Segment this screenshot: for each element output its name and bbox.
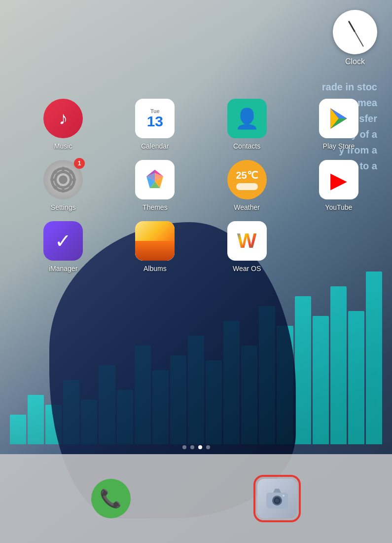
app-item-wearos[interactable]: W Wear OS	[204, 221, 290, 272]
imanager-icon: ✓	[43, 221, 83, 261]
camera-button[interactable]	[257, 479, 297, 518]
youtube-icon: ▶	[319, 160, 358, 199]
page-dot-3[interactable]	[198, 445, 202, 449]
weather-icon: 25℃	[227, 160, 267, 199]
app-item-settings[interactable]: 1 Settings	[20, 160, 107, 211]
weather-label: Weather	[234, 203, 260, 211]
dock: 📞	[0, 454, 392, 543]
camera-icon	[265, 487, 289, 510]
svg-point-4	[59, 175, 68, 184]
clock-widget[interactable]: Clock	[333, 10, 377, 66]
page-indicators	[0, 445, 392, 449]
clock-hand-minute	[355, 32, 364, 47]
app-item-imanager[interactable]: ✓ iManager	[20, 221, 107, 272]
imanager-label: iManager	[49, 265, 77, 272]
app-item-calendar[interactable]: Tue 13 Calendar	[111, 99, 198, 150]
phone-button[interactable]: 📞	[91, 479, 131, 518]
svg-marker-22	[273, 489, 281, 493]
contacts-icon: 👤	[227, 99, 267, 138]
phone-icon: 📞	[100, 488, 122, 509]
music-label: Music	[54, 142, 72, 150]
app-item-playstore[interactable]: Play Store	[295, 99, 382, 150]
svg-point-26	[283, 495, 285, 497]
svg-rect-5	[62, 167, 65, 172]
page-dot-4[interactable]	[206, 445, 210, 449]
albums-icon	[135, 221, 175, 261]
app-item-music[interactable]: ♪ Music	[20, 99, 107, 150]
calendar-label: Calendar	[141, 142, 169, 150]
settings-label: Settings	[51, 203, 76, 211]
svg-rect-7	[50, 178, 56, 181]
weather-pill	[236, 183, 258, 190]
app-item-youtube[interactable]: ▶ YouTube	[295, 160, 382, 211]
calendar-icon: Tue 13	[135, 99, 175, 138]
app-item-themes[interactable]: Themes	[111, 160, 198, 211]
homescreen: Clock ♪ Music Tue 13 Calendar 👤	[0, 0, 392, 543]
playstore-label: Play Store	[323, 142, 355, 150]
settings-icon: 1	[43, 160, 83, 199]
app-item-contacts[interactable]: 👤 Contacts	[204, 99, 290, 150]
music-icon: ♪	[43, 99, 83, 138]
playstore-icon	[319, 99, 358, 138]
albums-label: Albums	[143, 265, 167, 272]
weather-temp: 25℃	[236, 169, 258, 181]
wearos-icon: W	[227, 221, 267, 261]
svg-rect-8	[71, 178, 76, 181]
camera-highlight-border	[253, 475, 301, 522]
app-grid: ♪ Music Tue 13 Calendar 👤 Contacts	[20, 99, 382, 272]
svg-rect-6	[62, 188, 65, 193]
themes-label: Themes	[143, 203, 168, 211]
clock-label: Clock	[345, 57, 365, 66]
calendar-day-number: 13	[147, 114, 163, 129]
youtube-label: YouTube	[325, 203, 352, 211]
page-dot-2[interactable]	[190, 445, 194, 449]
settings-badge: 1	[74, 158, 85, 169]
contacts-label: Contacts	[233, 142, 260, 150]
wearos-label: Wear OS	[233, 265, 261, 272]
app-item-weather[interactable]: 25℃ Weather	[204, 160, 290, 211]
themes-icon	[135, 160, 175, 199]
clock-face	[333, 10, 377, 54]
clock-hand-hour	[348, 21, 356, 33]
page-dot-1[interactable]	[182, 445, 186, 449]
app-item-albums[interactable]: Albums	[111, 221, 198, 272]
svg-point-25	[275, 499, 279, 503]
